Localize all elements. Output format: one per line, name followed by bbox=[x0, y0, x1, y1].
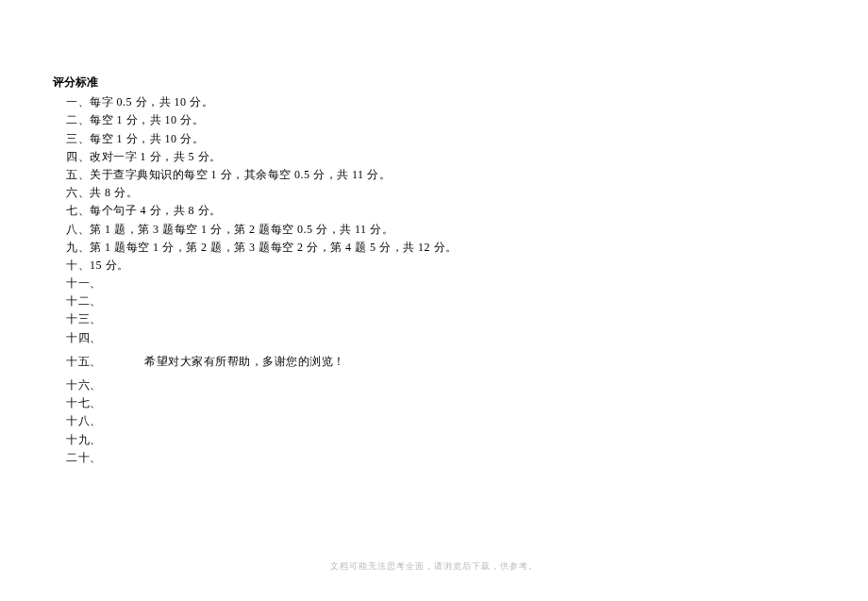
criteria-line-8: 八、第 1 题，第 3 题每空 1 分，第 2 题每空 0.5 分，共 11 分… bbox=[53, 221, 868, 239]
footer-note: 文档可能无法思考全面，请浏览后下载，供参考。 bbox=[0, 559, 868, 573]
criteria-line-13: 十三、 bbox=[53, 310, 868, 328]
criteria-line-19: 十九、 bbox=[53, 431, 868, 449]
criteria-line-20: 二十、 bbox=[53, 449, 868, 467]
criteria-line-18: 十八、 bbox=[53, 412, 868, 430]
criteria-line-12: 十二、 bbox=[53, 292, 868, 310]
criteria-line-9: 九、第 1 题每空 1 分，第 2 题，第 3 题每空 2 分，第 4 题 5 … bbox=[53, 239, 868, 257]
criteria-line-14: 十四、 bbox=[53, 329, 868, 347]
criteria-line-17: 十七、 bbox=[53, 394, 868, 412]
section-heading: 评分标准 bbox=[53, 74, 868, 92]
criteria-line-7: 七、每个句子 4 分，共 8 分。 bbox=[53, 202, 868, 220]
criteria-line-11: 十一、 bbox=[53, 275, 868, 292]
criteria-line-15: 十五、 希望对大家有所帮助，多谢您的浏览！ bbox=[53, 353, 868, 371]
criteria-line-2: 二、每空 1 分，共 10 分。 bbox=[53, 111, 868, 129]
criteria-line-10: 十、15 分。 bbox=[53, 257, 868, 275]
criteria-line-4: 四、改对一字 1 分，共 5 分。 bbox=[53, 148, 868, 166]
criteria-line-3: 三、每空 1 分，共 10 分。 bbox=[53, 130, 868, 148]
criteria-line-1: 一、每字 0.5 分，共 10 分。 bbox=[53, 93, 868, 111]
help-note: 希望对大家有所帮助，多谢您的浏览！ bbox=[144, 355, 345, 368]
criteria-line-6: 六、共 8 分。 bbox=[53, 184, 868, 202]
criteria-line-16: 十六、 bbox=[53, 376, 868, 394]
document-content: 评分标准 一、每字 0.5 分，共 10 分。 二、每空 1 分，共 10 分。… bbox=[0, 0, 868, 467]
criteria-line-5: 五、关于查字典知识的每空 1 分，其余每空 0.5 分，共 11 分。 bbox=[53, 166, 868, 184]
line-15-prefix: 十五、 bbox=[66, 355, 102, 368]
